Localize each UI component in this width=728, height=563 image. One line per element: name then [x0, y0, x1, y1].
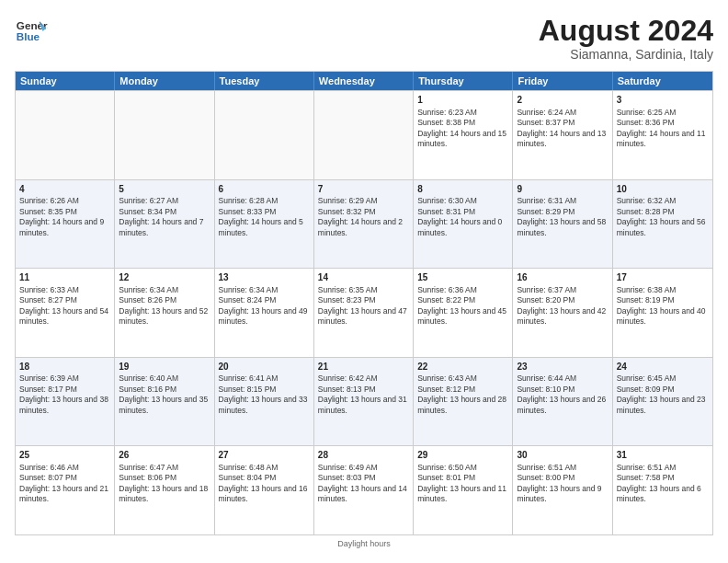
day-info: Sunrise: 6:37 AM Sunset: 8:20 PM Dayligh… — [517, 285, 606, 326]
header-day-sunday: Sunday — [16, 72, 115, 90]
day-info: Sunrise: 6:39 AM Sunset: 8:17 PM Dayligh… — [19, 373, 108, 414]
header-day-tuesday: Tuesday — [215, 72, 314, 90]
cal-cell-empty-0 — [16, 91, 115, 179]
day-info: Sunrise: 6:46 AM Sunset: 8:07 PM Dayligh… — [19, 463, 108, 503]
day-number: 9 — [517, 183, 608, 196]
day-info: Sunrise: 6:24 AM Sunset: 8:37 PM Dayligh… — [517, 108, 606, 148]
cal-cell-27: 27Sunrise: 6:48 AM Sunset: 8:04 PM Dayli… — [215, 446, 314, 534]
day-info: Sunrise: 6:50 AM Sunset: 8:01 PM Dayligh… — [417, 463, 506, 503]
header-day-friday: Friday — [513, 72, 612, 90]
day-info: Sunrise: 6:23 AM Sunset: 8:38 PM Dayligh… — [417, 108, 506, 148]
calendar-row-5: 25Sunrise: 6:46 AM Sunset: 8:07 PM Dayli… — [16, 445, 712, 534]
day-number: 30 — [517, 449, 608, 462]
day-info: Sunrise: 6:34 AM Sunset: 8:26 PM Dayligh… — [119, 285, 208, 326]
day-info: Sunrise: 6:48 AM Sunset: 8:04 PM Dayligh… — [219, 463, 308, 503]
day-number: 18 — [19, 361, 110, 373]
day-number: 8 — [417, 183, 508, 196]
day-info: Sunrise: 6:51 AM Sunset: 8:00 PM Dayligh… — [517, 463, 601, 503]
day-number: 31 — [617, 449, 709, 462]
cal-cell-6: 6Sunrise: 6:28 AM Sunset: 8:33 PM Daylig… — [215, 180, 314, 269]
cal-cell-22: 22Sunrise: 6:43 AM Sunset: 8:12 PM Dayli… — [414, 358, 513, 446]
footer-note: Daylight hours — [15, 539, 713, 548]
day-number: 28 — [318, 449, 409, 462]
logo: General Blue — [15, 15, 48, 48]
day-info: Sunrise: 6:42 AM Sunset: 8:13 PM Dayligh… — [318, 373, 407, 414]
cal-cell-20: 20Sunrise: 6:41 AM Sunset: 8:15 PM Dayli… — [215, 358, 314, 446]
day-number: 15 — [417, 271, 508, 284]
day-info: Sunrise: 6:51 AM Sunset: 7:58 PM Dayligh… — [617, 463, 701, 503]
cal-cell-4: 4Sunrise: 6:26 AM Sunset: 8:35 PM Daylig… — [16, 180, 115, 269]
header: General Blue August 2024 Siamanna, Sardi… — [15, 15, 713, 62]
day-number: 29 — [417, 449, 508, 462]
cal-cell-16: 16Sunrise: 6:37 AM Sunset: 8:20 PM Dayli… — [513, 269, 612, 357]
cal-cell-empty-3 — [314, 91, 414, 179]
calendar-header: SundayMondayTuesdayWednesdayThursdayFrid… — [16, 72, 712, 90]
day-info: Sunrise: 6:31 AM Sunset: 8:29 PM Dayligh… — [517, 196, 606, 236]
day-number: 24 — [617, 361, 709, 373]
day-number: 27 — [219, 449, 310, 462]
cal-cell-empty-2 — [215, 91, 314, 179]
day-info: Sunrise: 6:47 AM Sunset: 8:06 PM Dayligh… — [119, 463, 208, 503]
day-number: 13 — [219, 271, 310, 284]
day-info: Sunrise: 6:32 AM Sunset: 8:28 PM Dayligh… — [617, 196, 706, 236]
month-title: August 2024 — [539, 15, 713, 47]
day-number: 10 — [617, 183, 709, 196]
day-info: Sunrise: 6:41 AM Sunset: 8:15 PM Dayligh… — [219, 373, 308, 414]
cal-cell-10: 10Sunrise: 6:32 AM Sunset: 8:28 PM Dayli… — [613, 180, 712, 269]
cal-cell-13: 13Sunrise: 6:34 AM Sunset: 8:24 PM Dayli… — [215, 269, 314, 357]
header-day-thursday: Thursday — [414, 72, 513, 90]
day-info: Sunrise: 6:29 AM Sunset: 8:32 PM Dayligh… — [318, 196, 403, 236]
cal-cell-18: 18Sunrise: 6:39 AM Sunset: 8:17 PM Dayli… — [16, 358, 115, 446]
svg-text:Blue: Blue — [17, 30, 40, 42]
day-info: Sunrise: 6:40 AM Sunset: 8:16 PM Dayligh… — [119, 373, 208, 414]
cal-cell-26: 26Sunrise: 6:47 AM Sunset: 8:06 PM Dayli… — [115, 446, 214, 534]
page: General Blue August 2024 Siamanna, Sardi… — [0, 0, 728, 563]
day-number: 23 — [517, 361, 608, 373]
day-info: Sunrise: 6:43 AM Sunset: 8:12 PM Dayligh… — [417, 373, 506, 414]
day-number: 4 — [19, 183, 110, 196]
cal-cell-12: 12Sunrise: 6:34 AM Sunset: 8:26 PM Dayli… — [115, 269, 214, 357]
day-number: 19 — [119, 361, 210, 373]
calendar: SundayMondayTuesdayWednesdayThursdayFrid… — [15, 71, 713, 535]
day-number: 26 — [119, 449, 210, 462]
day-info: Sunrise: 6:25 AM Sunset: 8:36 PM Dayligh… — [617, 108, 706, 148]
day-info: Sunrise: 6:35 AM Sunset: 8:23 PM Dayligh… — [318, 285, 407, 326]
cal-cell-19: 19Sunrise: 6:40 AM Sunset: 8:16 PM Dayli… — [115, 358, 214, 446]
cal-cell-3: 3Sunrise: 6:25 AM Sunset: 8:36 PM Daylig… — [613, 91, 712, 179]
calendar-row-3: 11Sunrise: 6:33 AM Sunset: 8:27 PM Dayli… — [16, 268, 712, 357]
cal-cell-7: 7Sunrise: 6:29 AM Sunset: 8:32 PM Daylig… — [314, 180, 414, 269]
day-number: 16 — [517, 271, 608, 284]
day-info: Sunrise: 6:30 AM Sunset: 8:31 PM Dayligh… — [417, 196, 502, 236]
cal-cell-9: 9Sunrise: 6:31 AM Sunset: 8:29 PM Daylig… — [513, 180, 612, 269]
day-number: 6 — [219, 183, 310, 196]
day-number: 2 — [517, 94, 608, 107]
day-info: Sunrise: 6:38 AM Sunset: 8:19 PM Dayligh… — [617, 285, 706, 326]
day-info: Sunrise: 6:27 AM Sunset: 8:34 PM Dayligh… — [119, 196, 203, 236]
day-number: 22 — [417, 361, 508, 373]
day-number: 5 — [119, 183, 210, 196]
day-number: 7 — [318, 183, 409, 196]
cal-cell-29: 29Sunrise: 6:50 AM Sunset: 8:01 PM Dayli… — [414, 446, 513, 534]
calendar-row-2: 4Sunrise: 6:26 AM Sunset: 8:35 PM Daylig… — [16, 179, 712, 269]
cal-cell-14: 14Sunrise: 6:35 AM Sunset: 8:23 PM Dayli… — [314, 269, 414, 357]
day-number: 17 — [617, 271, 709, 284]
cal-cell-30: 30Sunrise: 6:51 AM Sunset: 8:00 PM Dayli… — [513, 446, 612, 534]
cal-cell-23: 23Sunrise: 6:44 AM Sunset: 8:10 PM Dayli… — [513, 358, 612, 446]
title-block: August 2024 Siamanna, Sardinia, Italy — [539, 15, 713, 62]
cal-cell-21: 21Sunrise: 6:42 AM Sunset: 8:13 PM Dayli… — [314, 358, 414, 446]
cal-cell-24: 24Sunrise: 6:45 AM Sunset: 8:09 PM Dayli… — [613, 358, 712, 446]
day-info: Sunrise: 6:44 AM Sunset: 8:10 PM Dayligh… — [517, 373, 606, 414]
day-info: Sunrise: 6:49 AM Sunset: 8:03 PM Dayligh… — [318, 463, 407, 503]
day-number: 21 — [318, 361, 409, 373]
day-number: 11 — [19, 271, 110, 284]
cal-cell-11: 11Sunrise: 6:33 AM Sunset: 8:27 PM Dayli… — [16, 269, 115, 357]
subtitle: Siamanna, Sardinia, Italy — [539, 47, 713, 62]
day-info: Sunrise: 6:28 AM Sunset: 8:33 PM Dayligh… — [219, 196, 303, 236]
day-number: 25 — [19, 449, 110, 462]
day-number: 14 — [318, 271, 409, 284]
cal-cell-2: 2Sunrise: 6:24 AM Sunset: 8:37 PM Daylig… — [513, 91, 612, 179]
day-info: Sunrise: 6:33 AM Sunset: 8:27 PM Dayligh… — [19, 285, 108, 326]
header-day-saturday: Saturday — [613, 72, 712, 90]
header-day-wednesday: Wednesday — [314, 72, 414, 90]
cal-cell-5: 5Sunrise: 6:27 AM Sunset: 8:34 PM Daylig… — [115, 180, 214, 269]
